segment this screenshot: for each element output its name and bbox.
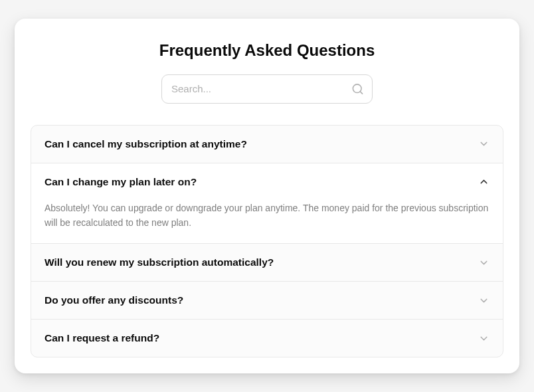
faq-item-header[interactable]: Can I cancel my subscription at anytime? <box>31 126 503 163</box>
chevron-up-icon <box>478 176 490 187</box>
faq-question: Do you offer any discounts? <box>44 294 183 306</box>
faq-item: Can I request a refund? <box>31 320 503 357</box>
search-container <box>31 74 503 104</box>
faq-item: Can I cancel my subscription at anytime? <box>31 126 503 163</box>
faq-list: Can I cancel my subscription at anytime?… <box>31 125 503 358</box>
faq-item-header[interactable]: Will you renew my subscription automatic… <box>31 244 503 281</box>
faq-question: Can I cancel my subscription at anytime? <box>44 138 247 150</box>
faq-card: Frequently Asked Questions Can I cancel … <box>15 19 519 374</box>
page-title: Frequently Asked Questions <box>31 41 503 60</box>
faq-question: Will you renew my subscription automatic… <box>44 256 274 268</box>
faq-item-header[interactable]: Can I change my plan later on? <box>31 163 503 201</box>
faq-item: Can I change my plan later on? Absolutel… <box>31 163 503 245</box>
faq-item-header[interactable]: Do you offer any discounts? <box>31 282 503 319</box>
faq-item-header[interactable]: Can I request a refund? <box>31 320 503 357</box>
chevron-down-icon <box>478 333 490 344</box>
chevron-down-icon <box>478 295 490 306</box>
chevron-down-icon <box>478 257 490 268</box>
chevron-down-icon <box>478 138 490 149</box>
faq-item: Will you renew my subscription automatic… <box>31 244 503 282</box>
search-icon <box>351 82 364 95</box>
faq-item: Do you offer any discounts? <box>31 282 503 320</box>
faq-question: Can I change my plan later on? <box>44 176 197 188</box>
search-input[interactable] <box>161 74 373 104</box>
faq-answer: Absolutely! You can upgrade or downgrade… <box>31 201 503 244</box>
faq-question: Can I request a refund? <box>44 332 159 344</box>
search-box <box>161 74 373 104</box>
svg-line-1 <box>360 91 362 93</box>
